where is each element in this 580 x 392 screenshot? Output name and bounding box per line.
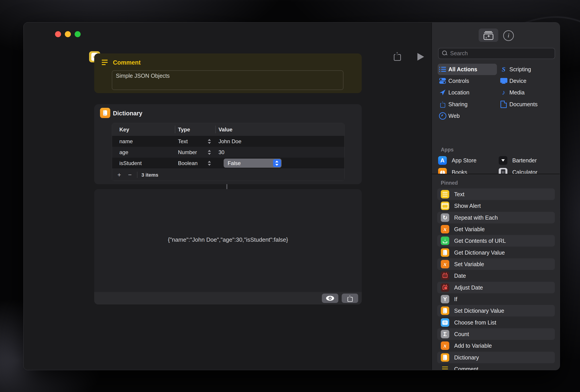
music-note-icon: ♪	[499, 89, 509, 96]
minimize-button[interactable]	[65, 31, 71, 37]
pinned-item-date[interactable]: Date	[437, 270, 555, 281]
close-button[interactable]	[55, 31, 61, 37]
calendar-badge-icon	[441, 283, 449, 292]
pinned-item-label: If	[454, 296, 457, 302]
pinned-item-if[interactable]: Y If	[437, 293, 555, 305]
document-icon	[499, 101, 509, 108]
action-library-sidebar: i Search All Actions S Scripting Control…	[432, 22, 560, 370]
category-media[interactable]: ♪ Media	[499, 87, 525, 98]
zoom-button[interactable]	[75, 31, 81, 37]
dictionary-icon	[100, 108, 110, 118]
category-label: Location	[448, 89, 469, 96]
share-icon	[347, 295, 353, 302]
pinned-item-label: Dictionary	[454, 354, 479, 361]
category-all-actions[interactable]: All Actions	[438, 63, 477, 75]
calendar-icon	[441, 271, 449, 280]
bartender-icon	[499, 156, 507, 165]
category-label: Documents	[509, 101, 538, 108]
type-stepper-icon[interactable]	[208, 139, 211, 144]
table-row[interactable]: name Text John Doe	[112, 136, 344, 147]
app-item-bartender[interactable]: Bartender	[499, 154, 537, 166]
category-controls[interactable]: Controls	[438, 75, 469, 87]
pinned-item-add-to-variable[interactable]: x Add to Variable	[437, 340, 555, 352]
type-stepper-icon[interactable]	[208, 161, 211, 166]
column-divider	[175, 126, 175, 133]
row-type[interactable]: Number	[178, 149, 197, 155]
pinned-item-get-dictionary-value[interactable]: Get Dictionary Value	[437, 247, 555, 258]
pinned-item-label: Adjust Date	[454, 284, 483, 291]
pinned-item-label: Repeat with Each	[454, 215, 498, 221]
row-key[interactable]: isStudent	[119, 160, 142, 166]
category-scripting[interactable]: S Scripting	[499, 63, 531, 75]
row-value[interactable]: 30	[219, 149, 225, 155]
table-row[interactable]: isStudent Boolean False	[112, 158, 344, 169]
type-stepper-icon[interactable]	[208, 150, 211, 155]
pinned-item-comment[interactable]: Comment	[437, 363, 555, 370]
search-field[interactable]: Search	[438, 48, 555, 59]
footer-divider	[137, 172, 138, 178]
display-icon	[499, 78, 509, 84]
pinned-item-repeat-with-each[interactable]: ↻ Repeat with Each	[437, 212, 555, 223]
search-placeholder: Search	[450, 50, 468, 57]
pinned-item-count[interactable]: Σ Count	[437, 328, 555, 340]
row-key[interactable]: name	[119, 138, 133, 144]
pinned-item-set-variable[interactable]: x Set Variable	[437, 258, 555, 270]
comment-action-block[interactable]: Comment Simple JSON Objects	[94, 53, 362, 93]
action-library-tab[interactable]	[479, 28, 498, 42]
json-output-text: {"name":"John Doe","age":30,"isStudent":…	[94, 236, 362, 243]
pinned-item-text[interactable]: Text	[437, 188, 555, 200]
category-sharing[interactable]: Sharing	[438, 99, 467, 110]
pinned-item-label: Add to Variable	[454, 343, 492, 349]
category-location[interactable]: Location	[438, 87, 469, 98]
pinned-item-choose-from-list[interactable]: Choose from List	[437, 317, 555, 328]
pinned-item-label: Text	[454, 191, 464, 198]
dictionary-icon	[441, 353, 449, 362]
column-header-key: Key	[119, 127, 129, 133]
table-row[interactable]: age Number 30	[112, 147, 344, 158]
pinned-item-adjust-date[interactable]: Adjust Date	[437, 282, 555, 293]
row-value[interactable]: John Doe	[219, 138, 241, 144]
preview-button[interactable]	[322, 293, 338, 303]
share-icon	[438, 100, 447, 109]
share-result-button[interactable]	[342, 293, 358, 303]
column-header-value: Value	[219, 127, 233, 133]
comment-text: Simple JSON Objects	[116, 73, 170, 79]
boolean-value-select[interactable]: False	[224, 159, 282, 168]
dictionary-icon	[441, 306, 449, 315]
dictionary-action-block[interactable]: Dictionary Key Type Value name Text John…	[94, 104, 362, 184]
run-shortcut-button[interactable]	[417, 53, 424, 61]
pinned-item-label: Get Variable	[454, 226, 485, 233]
share-button[interactable]	[393, 51, 401, 61]
comment-text-field[interactable]: Simple JSON Objects	[112, 70, 343, 90]
dictionary-action-title: Dictionary	[113, 110, 142, 117]
app-item-app-store[interactable]: A App Store	[438, 154, 476, 166]
pinned-item-get-contents-of-url[interactable]: Get Contents of URL	[437, 235, 555, 247]
pinned-item-set-dictionary-value[interactable]: Set Dictionary Value	[437, 305, 555, 316]
pinned-item-show-alert[interactable]: Show Alert	[437, 200, 555, 212]
dictionary-table-header: Key Type Value	[112, 123, 344, 136]
action-library-icon	[484, 31, 493, 39]
dictionary-table-footer: + − 3 items	[112, 169, 344, 181]
app-label: Bartender	[512, 157, 537, 164]
pinned-item-label: Date	[454, 273, 466, 279]
row-type[interactable]: Boolean	[178, 160, 198, 166]
pinned-item-get-variable[interactable]: x Get Variable	[437, 223, 555, 235]
remove-item-button[interactable]: −	[128, 171, 132, 178]
row-type[interactable]: Text	[178, 138, 188, 144]
add-item-button[interactable]: +	[117, 171, 121, 178]
row-key[interactable]: age	[119, 149, 128, 155]
variable-icon: x	[441, 225, 449, 233]
pinned-item-dictionary[interactable]: Dictionary	[437, 352, 555, 363]
choose-list-icon	[441, 318, 449, 327]
shortcut-details-tab[interactable]: i	[503, 30, 514, 41]
category-web[interactable]: Web	[438, 110, 460, 122]
pinned-item-label: Choose from List	[454, 319, 496, 326]
show-alert-icon	[441, 202, 449, 210]
result-preview-block[interactable]: {"name":"John Doe","age":30,"isStudent":…	[94, 189, 362, 304]
list-icon	[438, 67, 447, 72]
pinned-item-label: Comment	[454, 366, 478, 370]
pinned-item-label: Get Contents of URL	[454, 238, 506, 244]
category-documents[interactable]: Documents	[499, 99, 538, 110]
category-device[interactable]: Device	[499, 75, 526, 87]
app-store-icon: A	[438, 156, 447, 165]
